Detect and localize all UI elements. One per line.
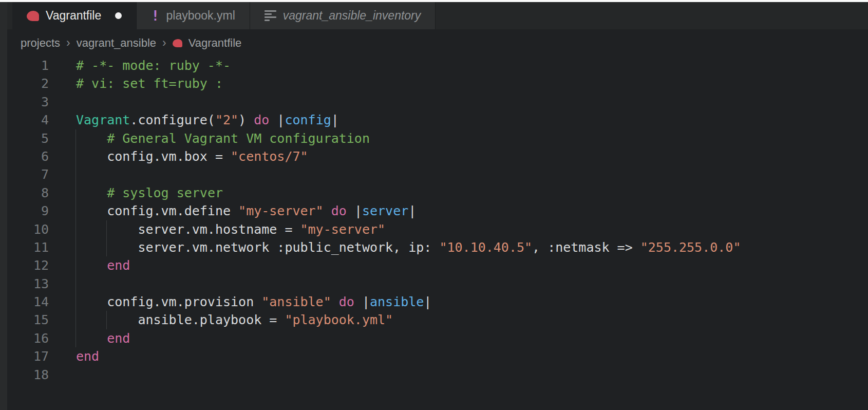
line-number[interactable]: 12 xyxy=(7,256,49,274)
code-line[interactable]: 14 config.vm.provision "ansible" do |ans… xyxy=(7,293,868,311)
code-line[interactable]: 8 # syslog server xyxy=(7,184,868,202)
indent-guide xyxy=(106,238,107,256)
yaml-icon: ! xyxy=(151,9,159,23)
line-number[interactable]: 2 xyxy=(7,74,49,92)
code-text xyxy=(49,366,76,384)
line-number[interactable]: 17 xyxy=(7,347,49,365)
editor-window: Vagrantfile ! playbook.yml vagrant_ansib… xyxy=(0,0,868,410)
code-line[interactable]: 13 xyxy=(7,275,868,293)
breadcrumb: projects › vagrant_ansible › Vagrantfile xyxy=(7,29,868,57)
indent-guide xyxy=(76,184,76,202)
code-line[interactable]: 4Vagrant.configure("2") do |config| xyxy=(7,111,868,129)
tab-vagrantfile[interactable]: Vagrantfile xyxy=(12,2,137,29)
code-line[interactable]: 1# -*- mode: ruby -*- xyxy=(7,57,868,74)
code-editor: 1# -*- mode: ruby -*-2# vi: set ft=ruby … xyxy=(7,57,868,384)
tab-label: playbook.yml xyxy=(166,9,235,23)
code-text: server.vm.hostname = "my-server" xyxy=(49,220,385,238)
code-line[interactable]: 18 xyxy=(7,366,868,384)
breadcrumb-item-projects[interactable]: projects xyxy=(21,36,60,50)
document-icon xyxy=(265,10,276,21)
line-number[interactable]: 8 xyxy=(7,184,49,202)
line-number[interactable]: 16 xyxy=(7,329,49,347)
indent-guide xyxy=(76,238,76,256)
code-text: end xyxy=(49,347,99,365)
code-line[interactable]: 10 server.vm.hostname = "my-server" xyxy=(7,220,868,238)
code-line[interactable]: 2# vi: set ft=ruby : xyxy=(7,74,868,92)
editor-main: Vagrantfile ! playbook.yml vagrant_ansib… xyxy=(7,2,868,410)
indent-guide xyxy=(106,220,107,238)
indent-guide xyxy=(76,256,76,274)
tab-label: vagrant_ansible_inventory xyxy=(283,9,421,23)
code-text: # -*- mode: ruby -*- xyxy=(49,57,231,74)
code-text: config.vm.define "my-server" do |server| xyxy=(49,202,416,220)
code-text: server.vm.network :public_network, ip: "… xyxy=(49,238,741,256)
tab-vagrant-ansible-inventory[interactable]: vagrant_ansible_inventory xyxy=(250,2,436,29)
line-number[interactable]: 1 xyxy=(7,57,49,74)
breadcrumb-item-vagrantfile[interactable]: Vagrantfile xyxy=(188,36,242,50)
tab-label: Vagrantfile xyxy=(46,9,101,23)
code-text: ansible.playbook = "playbook.yml" xyxy=(49,311,393,329)
modified-indicator-dot[interactable] xyxy=(115,12,122,19)
line-number[interactable]: 13 xyxy=(7,275,49,293)
code-text: # syslog server xyxy=(49,184,223,202)
code-text: end xyxy=(49,256,130,274)
breadcrumb-item-vagrant-ansible[interactable]: vagrant_ansible xyxy=(77,36,156,50)
line-number[interactable]: 10 xyxy=(7,220,49,238)
line-number[interactable]: 6 xyxy=(7,147,49,165)
indent-guide xyxy=(76,202,76,220)
code-line[interactable]: 15 ansible.playbook = "playbook.yml" xyxy=(7,311,868,329)
line-number[interactable]: 4 xyxy=(7,111,49,129)
ruby-icon xyxy=(27,11,39,21)
code-text: end xyxy=(49,329,130,347)
code-line[interactable]: 17end xyxy=(7,347,868,365)
code-line[interactable]: 5 # General Vagrant VM configuration xyxy=(7,129,868,147)
breadcrumb-separator: › xyxy=(162,36,166,50)
indent-guide xyxy=(76,293,76,311)
indent-guide xyxy=(76,311,76,329)
code-text: # vi: set ft=ruby : xyxy=(49,74,223,92)
code-line[interactable]: 11 server.vm.network :public_network, ip… xyxy=(7,238,868,256)
code-line[interactable]: 3 xyxy=(7,93,868,111)
line-number[interactable]: 5 xyxy=(7,129,49,147)
line-number[interactable]: 7 xyxy=(7,165,49,183)
line-number[interactable]: 14 xyxy=(7,293,49,311)
code-text: config.vm.provision "ansible" do |ansibl… xyxy=(49,293,431,311)
indent-guide xyxy=(76,147,76,165)
indent-guide xyxy=(76,220,76,238)
tab-bar: Vagrantfile ! playbook.yml vagrant_ansib… xyxy=(7,2,868,29)
code-line[interactable]: 16 end xyxy=(7,329,868,347)
left-edge-strip xyxy=(0,2,7,410)
code-text: # General Vagrant VM configuration xyxy=(49,129,370,147)
code-line[interactable]: 9 config.vm.define "my-server" do |serve… xyxy=(7,202,868,220)
line-number[interactable]: 9 xyxy=(7,202,49,220)
code-text xyxy=(49,275,76,293)
tab-playbook-yml[interactable]: ! playbook.yml xyxy=(137,2,250,29)
code-line[interactable]: 12 end xyxy=(7,256,868,274)
line-number[interactable]: 18 xyxy=(7,366,49,384)
code-text: Vagrant.configure("2") do |config| xyxy=(49,111,339,129)
ruby-icon xyxy=(173,39,182,47)
code-line[interactable]: 7 xyxy=(7,165,868,183)
indent-guide xyxy=(106,311,107,329)
line-number[interactable]: 15 xyxy=(7,311,49,329)
indent-guide xyxy=(76,129,76,147)
code-text xyxy=(49,165,76,183)
indent-guide xyxy=(76,165,76,183)
line-number[interactable]: 3 xyxy=(7,93,49,111)
code-line[interactable]: 6 config.vm.box = "centos/7" xyxy=(7,147,868,165)
indent-guide xyxy=(76,329,76,347)
indent-guide xyxy=(76,275,76,293)
breadcrumb-separator: › xyxy=(66,36,70,50)
line-number[interactable]: 11 xyxy=(7,238,49,256)
code-text: config.vm.box = "centos/7" xyxy=(49,147,308,165)
code-text xyxy=(49,93,76,111)
